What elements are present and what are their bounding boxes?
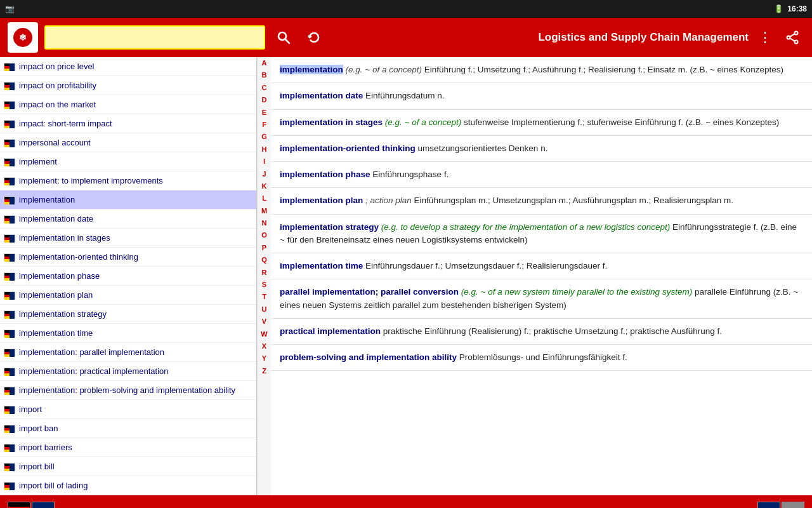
main-content: impact on price levelimpact on profitabi…: [0, 57, 812, 495]
alpha-letter-m[interactable]: M: [261, 205, 267, 217]
bottom-bar: [0, 495, 812, 508]
alpha-letter-v[interactable]: V: [262, 316, 266, 328]
def-term: implementation phase: [280, 170, 370, 179]
alpha-letter-t[interactable]: T: [262, 291, 266, 303]
alpha-letter-x[interactable]: X: [262, 340, 266, 352]
alpha-letter-j[interactable]: J: [262, 168, 266, 180]
search-input[interactable]: [44, 25, 265, 50]
def-term-note: ; action plan: [365, 196, 412, 205]
alpha-letter-e[interactable]: E: [262, 107, 266, 119]
list-item[interactable]: implementation: parallel implementation: [0, 343, 256, 362]
svg-point-5: [787, 36, 790, 39]
list-item[interactable]: import bill: [0, 457, 256, 476]
def-translation: Einführungsdatum n.: [365, 91, 445, 100]
svg-line-8: [790, 38, 794, 41]
list-item[interactable]: import: [0, 400, 256, 419]
definition-entry: practical implementation praktische Einf…: [271, 319, 812, 345]
list-item[interactable]: implementation: practical implementation: [0, 362, 256, 381]
word-term: import: [19, 404, 42, 414]
more-options-button[interactable]: ⋮: [755, 22, 774, 53]
bottom-flags-right: [757, 502, 804, 508]
left-panel: impact on price levelimpact on profitabi…: [0, 57, 257, 495]
list-item[interactable]: impact on price level: [0, 57, 256, 76]
list-item[interactable]: import bill of lading: [0, 476, 256, 495]
bottom-flags-left: [8, 502, 55, 508]
def-term: implementation strategy: [280, 222, 379, 232]
list-item[interactable]: impact: short-term impact: [0, 114, 256, 133]
alpha-letter-d[interactable]: D: [262, 94, 267, 106]
list-item[interactable]: implementation-oriented thinking: [0, 248, 256, 267]
list-item[interactable]: implementation: [0, 190, 256, 210]
app-logo: ❄: [8, 22, 38, 53]
alpha-letter-u[interactable]: U: [262, 304, 267, 316]
word-term: import bill: [19, 462, 55, 471]
list-item[interactable]: import ban: [0, 419, 256, 438]
app-header: ❄ Logistics and Supply Chain Management …: [0, 18, 812, 57]
list-item[interactable]: implementation plan: [0, 286, 256, 305]
alpha-letter-w[interactable]: W: [261, 328, 267, 340]
list-item[interactable]: impact on the market: [0, 95, 256, 114]
svg-line-3: [285, 39, 290, 44]
def-term: implementation time: [280, 261, 363, 271]
alpha-letter-i[interactable]: I: [263, 156, 265, 168]
list-item[interactable]: impact on profitability: [0, 76, 256, 95]
alpha-letter-n[interactable]: N: [262, 217, 267, 229]
list-item[interactable]: implementation time: [0, 324, 256, 343]
alpha-letter-z[interactable]: Z: [262, 365, 266, 377]
alpha-letter-l[interactable]: L: [262, 192, 266, 204]
svg-point-4: [795, 32, 798, 35]
list-item[interactable]: implement: [0, 152, 256, 171]
alpha-letter-o[interactable]: O: [261, 229, 267, 241]
word-term: impact on price level: [19, 62, 95, 71]
app-title: Logistics and Supply Chain Management: [332, 31, 749, 44]
alpha-letter-y[interactable]: Y: [262, 352, 266, 364]
alpha-letter-a[interactable]: A: [262, 57, 267, 69]
definition-entry: problem-solving and implementation abili…: [271, 345, 812, 371]
alpha-letter-c[interactable]: C: [262, 82, 267, 94]
status-bar: 📷 🔋 16:38: [0, 0, 812, 18]
list-item[interactable]: implementation phase: [0, 267, 256, 286]
alpha-letter-r[interactable]: R: [262, 267, 267, 279]
def-term-note: (e.g. ~ of a concept): [346, 65, 422, 74]
def-translation: Problemlösungs- und Einführungsfähigkeit…: [459, 352, 627, 362]
definition-entry: parallel implementation; parallel conver…: [271, 279, 812, 319]
alpha-letter-k[interactable]: K: [262, 180, 267, 192]
refresh-button[interactable]: [302, 25, 326, 50]
list-item[interactable]: implementation in stages: [0, 229, 256, 248]
def-term: practical implementation: [280, 326, 381, 336]
word-list: impact on price levelimpact on profitabi…: [0, 57, 256, 495]
list-item[interactable]: implement: to implement improvements: [0, 171, 256, 190]
alpha-letter-b[interactable]: B: [262, 69, 267, 81]
list-item[interactable]: impersonal account: [0, 133, 256, 152]
alpha-letter-p[interactable]: P: [262, 242, 266, 254]
def-term-note: (e.g. to develop a strategy for the impl…: [381, 222, 671, 232]
list-item[interactable]: implementation date: [0, 210, 256, 229]
flag-british-2: [757, 502, 780, 508]
definition-entry: implementation time Einführungsdauer f.;…: [271, 253, 812, 279]
svg-line-7: [790, 34, 794, 36]
list-item[interactable]: implementation: problem-solving and impl…: [0, 381, 256, 400]
alphabet-index: ABCDEFGHIJKLMNOPQRSTUVWXYZ: [257, 57, 271, 495]
alpha-letter-g[interactable]: G: [261, 131, 267, 143]
svg-point-6: [795, 41, 798, 44]
share-button[interactable]: [780, 25, 804, 50]
list-item[interactable]: implementation strategy: [0, 305, 256, 324]
definitions-panel: implementation (e.g. ~ of a concept) Ein…: [271, 57, 812, 495]
alpha-letter-q[interactable]: Q: [261, 254, 267, 266]
definition-entry: implementation (e.g. ~ of a concept) Ein…: [271, 57, 812, 83]
def-translation: praktische Einführung (Realisierung) f.;…: [383, 326, 722, 336]
def-term: implementation in stages: [280, 117, 383, 127]
def-translation: umsetzungsorientiertes Denken n.: [418, 144, 548, 153]
definition-entry: implementation plan ; action plan Einfüh…: [271, 188, 812, 214]
search-button[interactable]: [272, 25, 296, 50]
list-item[interactable]: import barriers: [0, 438, 256, 457]
word-term: implementation: problem-solving and impl…: [19, 385, 235, 395]
word-term: implementation strategy: [19, 309, 107, 319]
alpha-letter-f[interactable]: F: [262, 119, 266, 131]
alpha-letter-s[interactable]: S: [262, 279, 266, 291]
def-term: implementation-oriented thinking: [280, 144, 416, 153]
word-term: import bill of lading: [19, 481, 88, 490]
status-left: 📷: [5, 4, 15, 13]
alpha-letter-h[interactable]: H: [262, 144, 267, 156]
word-term: implementation in stages: [19, 233, 110, 243]
